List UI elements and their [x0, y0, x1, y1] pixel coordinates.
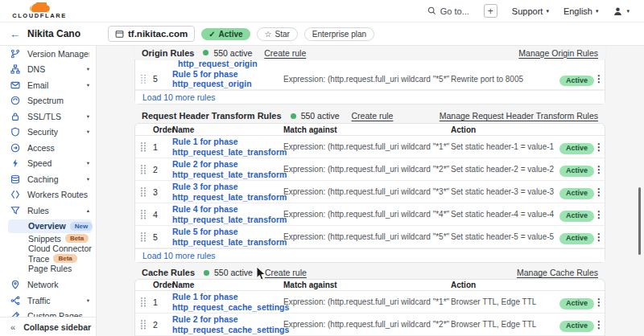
- add-site-button[interactable]: +: [484, 4, 497, 18]
- sidebar-item-label: Speed: [27, 158, 52, 168]
- account-name: Nikita Cano: [27, 28, 80, 39]
- origin-rules-header: Origin Rules 550 active Create rule Mana…: [134, 46, 605, 59]
- rule-expression: Expression: (http.request.full_uri wildc…: [283, 187, 451, 196]
- kebab-menu-icon[interactable]: ⋮: [593, 232, 605, 243]
- rule-name-link[interactable]: Rule 1 for phasehttp_request_late_transf…: [172, 137, 283, 157]
- sidebar-item-email[interactable]: Email ▾: [0, 77, 96, 93]
- sidebar-item-access[interactable]: Access: [0, 140, 96, 156]
- active-dot-icon: [203, 50, 208, 55]
- star-icon: ☆: [265, 30, 272, 39]
- branch-icon: [10, 49, 20, 59]
- manage-cache-rules-link[interactable]: Manage Cache Rules: [517, 268, 598, 277]
- envelope-icon: [10, 80, 20, 90]
- create-rule-link[interactable]: Create rule: [265, 268, 307, 277]
- vertical-scrollbar-thumb[interactable]: [638, 187, 641, 255]
- table-row: 2 Rule 2 for phasehttp_request_late_tran…: [135, 158, 605, 181]
- drag-handle-icon[interactable]: [141, 75, 147, 84]
- drag-handle-icon[interactable]: [141, 210, 147, 219]
- sidebar-item-traffic[interactable]: Traffic ▾: [0, 293, 96, 309]
- origin-rules-card: http_request_origin 5 Rule 5 for phaseht…: [134, 59, 605, 104]
- sidebar-item-security[interactable]: Security ▾: [0, 125, 96, 141]
- drag-handle-icon[interactable]: [141, 320, 147, 329]
- access-icon: [10, 143, 20, 153]
- create-rule-link[interactable]: Create rule: [264, 48, 306, 58]
- collapse-sidebar-button[interactable]: « Collapse sidebar: [0, 317, 96, 336]
- drag-handle-icon[interactable]: [141, 187, 147, 196]
- sidebar-item-page-rules[interactable]: Page Rules: [0, 264, 96, 274]
- rule-expression: Expression: (http.request.full_uri wildc…: [283, 210, 451, 219]
- sidebar-item-spectrum[interactable]: Spectrum: [0, 93, 96, 109]
- sidebar-item-overview[interactable]: Overview New: [8, 219, 92, 233]
- rule-name-link[interactable]: Rule 1 for phasehttp_request_cache_setti…: [172, 292, 283, 312]
- zone-status-label: Active: [219, 30, 243, 39]
- table-header-row: Order Name Match against Action: [135, 124, 605, 136]
- rule-order: 4: [153, 210, 172, 219]
- sidebar-item-label: Trace: [28, 254, 49, 264]
- sidebar-item-speed[interactable]: Speed ▾: [0, 156, 96, 172]
- status-badge: Active: [559, 233, 594, 244]
- rule-action: Browser TTL, Edge TTL: [451, 320, 559, 329]
- kebab-menu-icon[interactable]: ⋮: [593, 186, 605, 198]
- kebab-menu-icon[interactable]: ⋮: [593, 73, 605, 84]
- rule-name-link[interactable]: Rule 2 for phasehttp_request_cache_setti…: [172, 314, 283, 334]
- drag-handle-icon[interactable]: [141, 297, 147, 306]
- domain-selector[interactable]: tf.nikitac.com: [108, 26, 195, 42]
- drag-handle-icon[interactable]: [141, 142, 147, 151]
- table-header-row: Order Name Match against Action: [135, 280, 605, 291]
- manage-transform-rules-link[interactable]: Manage Request Header Transform Rules: [440, 111, 598, 121]
- table-row: 2 Rule 2 for phasehttp_request_cache_set…: [135, 313, 605, 336]
- sidebar-item-trace[interactable]: Trace Beta: [0, 254, 96, 264]
- rule-name-link[interactable]: Rule 4 for phasehttp_request_late_transf…: [172, 204, 283, 224]
- rule-name-link[interactable]: http_request_origin: [135, 59, 605, 68]
- back-arrow-icon[interactable]: ←: [10, 28, 20, 40]
- kebab-menu-icon[interactable]: ⋮: [593, 209, 605, 220]
- load-more-rules-link[interactable]: Load 10 more rules: [135, 90, 605, 104]
- active-dot-icon: [291, 113, 296, 119]
- create-rule-link[interactable]: Create rule: [352, 111, 394, 121]
- transform-rules-header: Request Header Transform Rules 550 activ…: [134, 109, 605, 123]
- sidebar-item-version-management[interactable]: Version Management: [0, 46, 96, 62]
- chevron-down-icon: ▾: [87, 129, 89, 135]
- rule-action: Set static header-1 = value-1: [451, 142, 559, 151]
- user-account-menu[interactable]: ▾: [613, 6, 630, 16]
- sidebar-item-snippets[interactable]: Snippets Beta: [0, 234, 96, 244]
- rule-name-link[interactable]: Rule 5 for phasehttp_request_origin: [172, 69, 283, 89]
- sidebar-item-caching[interactable]: Caching ▾: [0, 171, 96, 187]
- support-menu[interactable]: Support ▾: [512, 6, 549, 16]
- rule-name-link[interactable]: Rule 5 for phasehttp_request_late_transf…: [172, 227, 283, 247]
- kebab-menu-icon[interactable]: ⋮: [593, 141, 605, 153]
- goto-search[interactable]: Go to...: [427, 6, 469, 16]
- logo-wordmark: CLOUDFLARE: [12, 12, 67, 19]
- rule-action: Set static header-2 = value-2: [451, 165, 559, 174]
- drag-handle-icon[interactable]: [141, 165, 147, 174]
- main-content: Origin Rules 550 active Create rule Mana…: [97, 46, 644, 336]
- load-more-rules-link[interactable]: Load 10 more rules: [135, 248, 605, 262]
- language-menu[interactable]: English ▾: [564, 6, 599, 16]
- rule-name-link[interactable]: Rule 3 for phasehttp_request_late_transf…: [172, 182, 283, 202]
- transform-rules-card: Order Name Match against Action 1 Rule 1…: [134, 123, 605, 263]
- rule-order: 2: [153, 165, 172, 174]
- sidebar-item-label: DNS: [27, 64, 45, 74]
- zone-status-badge: ✓ Active: [201, 28, 250, 40]
- sidebar-item-label: SSL/TLS: [27, 112, 61, 121]
- sidebar-item-network[interactable]: Network: [0, 277, 96, 293]
- sidebar-item-label: Network: [27, 280, 59, 289]
- kebab-menu-icon[interactable]: ⋮: [593, 297, 605, 308]
- sidebar-item-label: Page Rules: [28, 264, 72, 273]
- sidebar-item-ssl-tls[interactable]: SSL/TLS ▾: [0, 109, 96, 125]
- sidebar-item-workers-routes[interactable]: Workers Routes: [0, 187, 96, 203]
- column-header-order: Order: [153, 125, 172, 134]
- drag-handle-icon[interactable]: [141, 232, 147, 241]
- kebab-menu-icon[interactable]: ⋮: [593, 319, 605, 330]
- manage-origin-rules-link[interactable]: Manage Origin Rules: [518, 48, 598, 58]
- cloudflare-logo[interactable]: CLOUDFLARE: [8, 2, 71, 19]
- sidebar-item-dns[interactable]: DNS ▾: [0, 62, 96, 78]
- rule-name-link[interactable]: Rule 2 for phasehttp_request_late_transf…: [172, 159, 283, 179]
- sidebar-item-rules[interactable]: Rules ▴: [0, 203, 96, 219]
- website-icon: [115, 30, 124, 39]
- section-title: Request Header Transform Rules: [142, 111, 282, 121]
- topbar-actions: Go to... + Support ▾ English ▾ ▾: [427, 4, 644, 18]
- star-button[interactable]: ☆ Star: [257, 27, 298, 41]
- kebab-menu-icon[interactable]: ⋮: [593, 164, 605, 175]
- sidebar-item-cloud-connector[interactable]: Cloud Connector Beta: [0, 244, 96, 254]
